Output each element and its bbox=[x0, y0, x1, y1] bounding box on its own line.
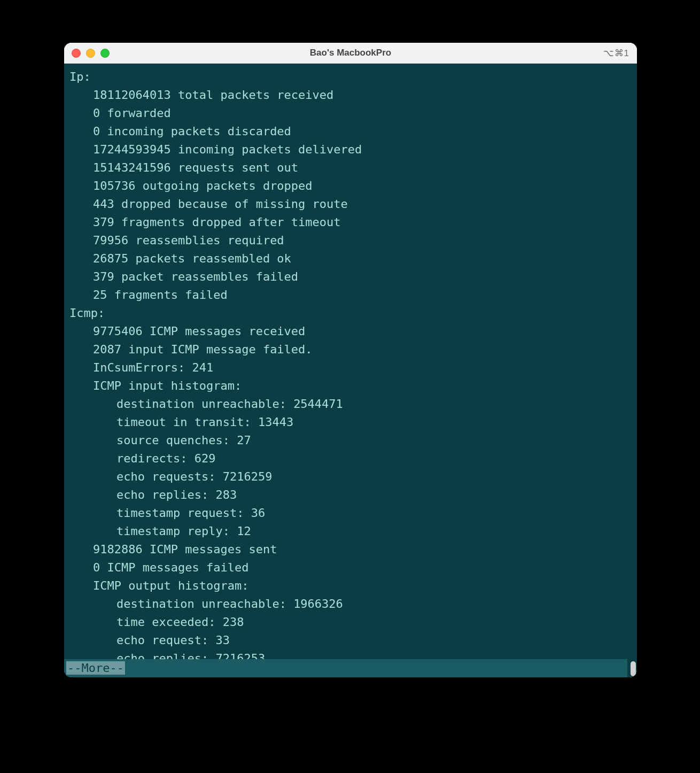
terminal-line: 18112064013 total packets received bbox=[69, 86, 637, 104]
terminal-line: 9182886 ICMP messages sent bbox=[69, 540, 637, 559]
terminal-line: 15143241596 requests sent out bbox=[69, 159, 637, 177]
terminal-window: Bao's MacbookPro ⌥⌘1 Ip: 18112064013 tot… bbox=[64, 43, 637, 677]
terminal-line: destination unreachable: 1966326 bbox=[69, 595, 637, 613]
traffic-lights bbox=[72, 49, 110, 58]
terminal-line: 0 forwarded bbox=[69, 104, 637, 122]
terminal-line: 379 packet reassembles failed bbox=[69, 268, 637, 286]
terminal-line: 17244593945 incoming packets delivered bbox=[69, 141, 637, 159]
terminal-body[interactable]: Ip: 18112064013 total packets received 0… bbox=[64, 64, 637, 677]
terminal-line: InCsumErrors: 241 bbox=[69, 359, 637, 377]
section-header-icmp: Icmp: bbox=[69, 304, 637, 322]
scrollbar-thumb[interactable] bbox=[631, 661, 636, 676]
terminal-line: ICMP input histogram: bbox=[69, 377, 637, 395]
terminal-line: 0 ICMP messages failed bbox=[69, 559, 637, 577]
close-icon[interactable] bbox=[72, 49, 81, 58]
terminal-line: 26875 packets reassembled ok bbox=[69, 250, 637, 268]
window-shortcut: ⌥⌘1 bbox=[603, 48, 629, 59]
maximize-icon[interactable] bbox=[100, 49, 110, 58]
terminal-line: 2087 input ICMP message failed. bbox=[69, 341, 637, 359]
minimize-icon[interactable] bbox=[86, 49, 95, 58]
terminal-line: 9775406 ICMP messages received bbox=[69, 322, 637, 341]
terminal-line: timestamp request: 36 bbox=[69, 504, 637, 522]
pager-more-label: --More-- bbox=[66, 661, 125, 675]
terminal-line: echo request: 33 bbox=[69, 631, 637, 650]
terminal-line: ICMP output histogram: bbox=[69, 577, 637, 595]
pager-more-bar[interactable]: --More-- bbox=[64, 659, 627, 677]
terminal-line: timeout in transit: 13443 bbox=[69, 413, 637, 431]
terminal-line: 79956 reassemblies required bbox=[69, 231, 637, 250]
terminal-line: timestamp reply: 12 bbox=[69, 522, 637, 540]
terminal-line: time exceeded: 238 bbox=[69, 613, 637, 631]
terminal-line: 443 dropped because of missing route bbox=[69, 195, 637, 213]
terminal-line: redirects: 629 bbox=[69, 450, 637, 468]
terminal-line: 0 incoming packets discarded bbox=[69, 122, 637, 141]
section-header-ip: Ip: bbox=[69, 68, 637, 86]
terminal-line: source quenches: 27 bbox=[69, 431, 637, 450]
terminal-line: 379 fragments dropped after timeout bbox=[69, 213, 637, 231]
window-title: Bao's MacbookPro bbox=[64, 48, 637, 58]
titlebar[interactable]: Bao's MacbookPro ⌥⌘1 bbox=[64, 43, 637, 64]
terminal-line: destination unreachable: 2544471 bbox=[69, 395, 637, 413]
terminal-line: 25 fragments failed bbox=[69, 286, 637, 304]
terminal-line: echo replies: 283 bbox=[69, 486, 637, 504]
terminal-line: 105736 outgoing packets dropped bbox=[69, 177, 637, 195]
terminal-line: echo requests: 7216259 bbox=[69, 468, 637, 486]
